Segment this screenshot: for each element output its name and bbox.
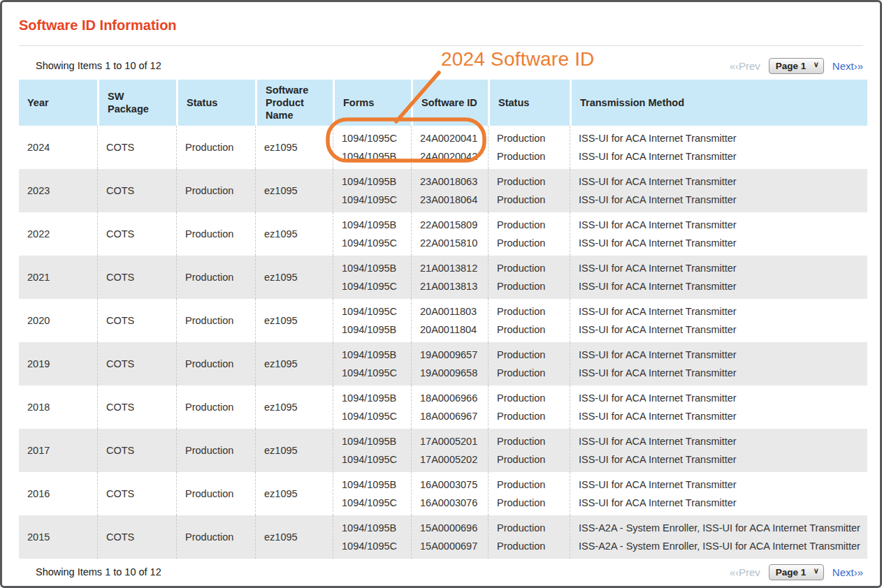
cell-forms: 1094/1095B1094/1095C bbox=[333, 515, 411, 559]
software-id-information-page: Software ID Information Showing Items 1 … bbox=[0, 0, 882, 588]
cell-status: Production bbox=[176, 126, 255, 169]
cell-product-name: ez1095 bbox=[255, 385, 333, 429]
page-select-wrap: Page 1 ∨ bbox=[769, 58, 824, 74]
page-select[interactable]: Page 1 bbox=[769, 564, 824, 580]
cell-product-name: ez1095 bbox=[255, 256, 333, 299]
cell-product-name: ez1095 bbox=[255, 126, 333, 169]
cell-sw-package: COTS bbox=[97, 342, 176, 385]
cell-sw-package: COTS bbox=[97, 472, 176, 515]
cell-status-2: ProductionProduction bbox=[488, 429, 570, 472]
cell-transmission-method: ISS-A2A - System Enroller, ISS-UI for AC… bbox=[570, 515, 867, 559]
cell-transmission-method: ISS-UI for ACA Internet TransmitterISS-U… bbox=[570, 429, 867, 472]
table-row: 2021COTSProductionez10951094/1095B1094/1… bbox=[19, 256, 867, 299]
cell-sw-package: COTS bbox=[97, 126, 176, 169]
cell-sw-package: COTS bbox=[97, 385, 176, 429]
next-page-link[interactable]: Next›» bbox=[832, 60, 863, 72]
cell-status: Production bbox=[176, 169, 255, 212]
column-header-sw-package: SW Package bbox=[97, 80, 176, 126]
cell-sw-package: COTS bbox=[97, 212, 176, 256]
cell-product-name: ez1095 bbox=[255, 515, 333, 559]
cell-transmission-method: ISS-UI for ACA Internet TransmitterISS-U… bbox=[570, 212, 867, 256]
table-row: 2019COTSProductionez10951094/1095B1094/1… bbox=[19, 342, 867, 385]
cell-forms: 1094/1095B1094/1095C bbox=[333, 256, 411, 299]
cell-status: Production bbox=[176, 256, 255, 299]
cell-software-id: 20A001180320A0011804 bbox=[411, 299, 488, 342]
table-row: 2015COTSProductionez10951094/1095B1094/1… bbox=[19, 515, 867, 559]
cell-product-name: ez1095 bbox=[255, 342, 333, 385]
table-row: 2023COTSProductionez10951094/1095B1094/1… bbox=[19, 169, 867, 212]
cell-year: 2017 bbox=[19, 429, 97, 472]
prev-page-link[interactable]: «‹Prev bbox=[730, 60, 760, 72]
column-header-software-id: Software ID bbox=[411, 80, 488, 126]
cell-status: Production bbox=[176, 212, 255, 256]
cell-transmission-method: ISS-UI for ACA Internet TransmitterISS-U… bbox=[570, 299, 867, 342]
cell-year: 2023 bbox=[19, 169, 97, 212]
cell-sw-package: COTS bbox=[97, 169, 176, 212]
page-title: Software ID Information bbox=[19, 17, 863, 34]
column-header-transmission-method: Transmission Method bbox=[570, 80, 867, 126]
cell-status: Production bbox=[176, 515, 255, 559]
cell-year: 2018 bbox=[19, 385, 97, 429]
cell-software-id: 19A000965719A0009658 bbox=[411, 342, 488, 385]
column-header-status: Status bbox=[176, 80, 255, 126]
cell-forms: 1094/1095B1094/1095C bbox=[333, 472, 411, 515]
cell-forms: 1094/1095C1094/1095B bbox=[333, 126, 411, 169]
cell-product-name: ez1095 bbox=[255, 429, 333, 472]
cell-forms: 1094/1095C1094/1095B bbox=[333, 299, 411, 342]
table-body: 2024COTSProductionez10951094/1095C1094/1… bbox=[19, 126, 867, 559]
cell-transmission-method: ISS-UI for ACA Internet TransmitterISS-U… bbox=[570, 472, 867, 515]
items-summary-top: Showing Items 1 to 10 of 12 bbox=[19, 60, 161, 71]
cell-software-id: 21A001381221A0013813 bbox=[411, 256, 488, 299]
cell-forms: 1094/1095B1094/1095C bbox=[333, 212, 411, 256]
cell-sw-package: COTS bbox=[97, 429, 176, 472]
cell-year: 2020 bbox=[19, 299, 97, 342]
cell-status-2: ProductionProduction bbox=[488, 212, 570, 256]
cell-sw-package: COTS bbox=[97, 256, 176, 299]
page-select-wrap: Page 1 ∨ bbox=[769, 564, 824, 580]
cell-forms: 1094/1095B1094/1095C bbox=[333, 169, 411, 212]
cell-software-id: 16A000307516A0003076 bbox=[411, 472, 488, 515]
cell-forms: 1094/1095B1094/1095C bbox=[333, 429, 411, 472]
column-header-forms: Forms bbox=[333, 80, 411, 126]
column-header-year: Year bbox=[19, 80, 97, 126]
cell-status: Production bbox=[176, 429, 255, 472]
title-divider bbox=[19, 45, 863, 46]
cell-year: 2024 bbox=[19, 126, 97, 169]
column-header-status-2: Status bbox=[488, 80, 570, 126]
cell-year: 2016 bbox=[19, 472, 97, 515]
cell-status: Production bbox=[176, 472, 255, 515]
cell-status: Production bbox=[176, 299, 255, 342]
cell-product-name: ez1095 bbox=[255, 169, 333, 212]
cell-software-id: 18A000696618A0006967 bbox=[411, 385, 488, 429]
cell-forms: 1094/1095B1094/1095C bbox=[333, 342, 411, 385]
cell-year: 2021 bbox=[19, 256, 97, 299]
cell-product-name: ez1095 bbox=[255, 472, 333, 515]
cell-status-2: ProductionProduction bbox=[488, 299, 570, 342]
cell-year: 2019 bbox=[19, 342, 97, 385]
annotation-2024-software-id-label: 2024 Software ID bbox=[441, 48, 595, 71]
table-header: Year SW Package Status Software Product … bbox=[19, 80, 867, 126]
cell-software-id: 23A001806323A0018064 bbox=[411, 169, 488, 212]
cell-year: 2022 bbox=[19, 212, 97, 256]
cell-forms: 1094/1095B1094/1095C bbox=[333, 385, 411, 429]
cell-transmission-method: ISS-UI for ACA Internet TransmitterISS-U… bbox=[570, 256, 867, 299]
cell-transmission-method: ISS-UI for ACA Internet TransmitterISS-U… bbox=[570, 385, 867, 429]
cell-transmission-method: ISS-UI for ACA Internet TransmitterISS-U… bbox=[570, 126, 867, 169]
next-page-link[interactable]: Next›» bbox=[832, 566, 863, 578]
software-id-table: Year SW Package Status Software Product … bbox=[19, 80, 867, 559]
pagination-bottom: «‹Prev Page 1 ∨ Next›» bbox=[730, 564, 863, 580]
cell-status-2: ProductionProduction bbox=[488, 169, 570, 212]
table-row: 2022COTSProductionez10951094/1095B1094/1… bbox=[19, 212, 867, 256]
table-row: 2018COTSProductionez10951094/1095B1094/1… bbox=[19, 385, 867, 429]
bottom-list-bar: Showing Items 1 to 10 of 12 «‹Prev Page … bbox=[19, 564, 863, 580]
cell-status-2: ProductionProduction bbox=[488, 126, 570, 169]
cell-status: Production bbox=[176, 342, 255, 385]
cell-software-id: 22A001580922A0015810 bbox=[411, 212, 488, 256]
cell-status-2: ProductionProduction bbox=[488, 385, 570, 429]
page-select[interactable]: Page 1 bbox=[769, 58, 824, 74]
table-row: 2020COTSProductionez10951094/1095C1094/1… bbox=[19, 299, 867, 342]
cell-status-2: ProductionProduction bbox=[488, 515, 570, 559]
prev-page-link[interactable]: «‹Prev bbox=[730, 566, 760, 578]
cell-software-id: 15A000069615A0000697 bbox=[411, 515, 488, 559]
cell-year: 2015 bbox=[19, 515, 97, 559]
